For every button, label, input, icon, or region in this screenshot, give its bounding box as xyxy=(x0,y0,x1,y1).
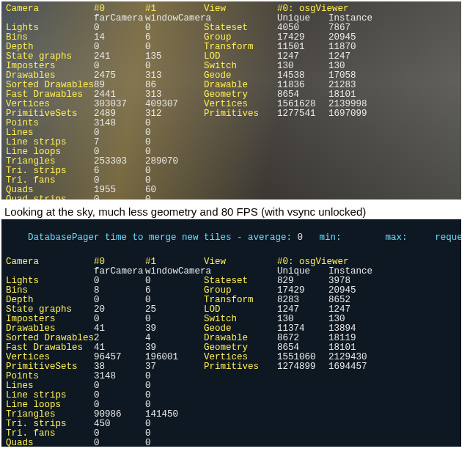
cam-stat-v1: 0 xyxy=(145,381,204,391)
cam-stat-v1: 0 xyxy=(145,420,204,429)
cam-stat-label: Quads xyxy=(6,439,94,447)
cam-stat-v1: 0 xyxy=(145,195,204,199)
stats-row: Points31480 xyxy=(6,119,457,128)
cam-stat-v1: 0 xyxy=(145,277,204,286)
stats-row: Quads00 xyxy=(6,439,457,447)
cam-stat-v1: 25 xyxy=(145,305,204,315)
view-stat-instance: 1694457 xyxy=(328,362,380,372)
stats-row: Lines00 xyxy=(6,381,457,391)
database-pager-line: DatabasePager time to merge new tiles - … xyxy=(6,222,457,253)
cam-stat-v1: 6 xyxy=(145,286,204,296)
cam-stat-v0: 450 xyxy=(94,420,145,429)
cam-stat-v0: 1955 xyxy=(94,186,145,195)
stats-row: PrimitiveSets3837Primitives1274899169445… xyxy=(6,362,457,372)
cam-stat-v0: 0 xyxy=(94,128,145,138)
cam-stat-v1: 135 xyxy=(145,52,204,62)
stats-row: Tri. strips4500 xyxy=(6,420,457,429)
cam-stat-v0: 0 xyxy=(94,439,145,447)
stats-row: Line loops00 xyxy=(6,147,457,157)
cam-stat-v1: 37 xyxy=(145,362,204,372)
cam-stat-v0: 0 xyxy=(94,277,145,286)
view-header: View xyxy=(204,257,277,267)
cam-stat-v0: 0 xyxy=(94,391,145,400)
cam-stat-v1: 0 xyxy=(145,372,204,381)
stats-row: Depth00Transform1150111870 xyxy=(6,43,457,52)
cam-stat-v1: 0 xyxy=(145,391,204,400)
cam1-name: windowCamera xyxy=(145,267,204,277)
view-stat-label: Primitives xyxy=(204,362,277,372)
cam-stat-v0: 20 xyxy=(94,305,145,315)
stats-row: PrimitiveSets2489312Primitives1277541169… xyxy=(6,109,457,119)
cam-stat-v0: 0 xyxy=(94,429,145,439)
cam-stat-label: Quad strips xyxy=(6,195,94,199)
stats-row: Triangles90986141450 xyxy=(6,410,457,420)
cam-stat-v1: 0 xyxy=(145,138,204,147)
stats-row: Tri. fans00 xyxy=(6,176,457,186)
cam-stat-v0: 0 xyxy=(94,381,145,391)
cam-stat-v1: 0 xyxy=(145,429,204,439)
cam0-name: farCamera xyxy=(94,267,145,277)
cam-stat-v0: 3148 xyxy=(94,119,145,128)
stats-row: Lines00 xyxy=(6,128,457,138)
cam-stat-v1: 141450 xyxy=(145,410,204,420)
cam-stat-v1: 60 xyxy=(145,186,204,195)
cam-stat-v0: 14 xyxy=(94,33,145,43)
stats-row: Line strips00 xyxy=(6,391,457,400)
cam-stat-v1: 312 xyxy=(145,109,204,119)
cam-stat-v0: 253303 xyxy=(94,157,145,166)
cam-stat-v0: 3148 xyxy=(94,372,145,381)
cam-stat-v1: 6 xyxy=(145,33,204,43)
cam-stat-v0: 0 xyxy=(94,195,145,199)
view-stat-label: Primitives xyxy=(204,109,277,119)
stats-panel-bottom: DatabasePager time to merge new tiles - … xyxy=(1,219,461,447)
view-stat-unique: 1274899 xyxy=(277,362,328,372)
cam0-name: farCamera xyxy=(94,14,145,23)
cam-stat-v1: 39 xyxy=(145,324,204,334)
cam-stat-v1: 0 xyxy=(145,166,204,176)
cam-stat-v0: 8 xyxy=(94,286,145,296)
camera-header: Camera xyxy=(6,4,94,14)
caption-text: Looking at the sky, much less geometry a… xyxy=(4,205,467,218)
stats-row: Tri. fans00 xyxy=(6,429,457,439)
camera-header: Camera xyxy=(6,257,94,267)
cam-stat-v1: 289070 xyxy=(145,157,204,166)
stats-row: Quad strips00 xyxy=(6,195,457,199)
stats-row: Tri. strips60 xyxy=(6,166,457,176)
cam-stat-v1: 0 xyxy=(145,23,204,33)
stats-row: Points31480 xyxy=(6,372,457,381)
stats-row: Line loops00 xyxy=(6,400,457,410)
cam-stat-v1: 0 xyxy=(145,439,204,447)
stats-row: Quads195560 xyxy=(6,186,457,195)
view-stat-unique: 1277541 xyxy=(277,109,328,119)
cam-stat-v1: 0 xyxy=(145,119,204,128)
stats-row: Triangles253303289070 xyxy=(6,157,457,166)
stats-panel-top: Camera #0 #1 View #0: osgViewer farCamer… xyxy=(1,1,461,199)
cam-stat-v1: 0 xyxy=(145,128,204,138)
cam-stat-v0: 41 xyxy=(94,324,145,334)
cam1-name: windowCamera xyxy=(145,14,204,23)
view-stat-instance: 1697099 xyxy=(328,109,380,119)
cam-stat-v0: 241 xyxy=(94,52,145,62)
view-header: View xyxy=(204,4,277,14)
stats-row: Depth00Transform82838652 xyxy=(6,296,457,305)
stats-row: Line strips70 xyxy=(6,138,457,147)
cam-stat-v0: 6 xyxy=(94,166,145,176)
cam-stat-v0: 7 xyxy=(94,138,145,147)
